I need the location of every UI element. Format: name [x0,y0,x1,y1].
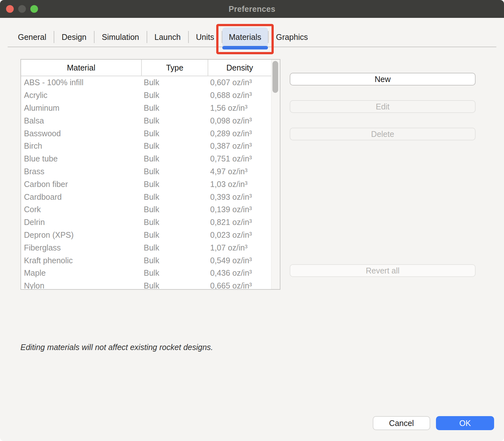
selected-tab-underline [222,46,268,49]
new-button[interactable]: New [290,73,476,86]
cell-type: Bulk [141,103,208,113]
minimize-icon[interactable] [18,5,26,13]
cell-type: Bulk [141,141,208,151]
cell-material: Acrylic [21,91,141,100]
revert-all-button[interactable]: Revert all [290,264,476,277]
edit-button[interactable]: Edit [290,100,476,113]
cell-density: 1,03 oz/in³ [208,180,271,189]
table-body: ABS - 100% infill Bulk 0,607 oz/in³ Acry… [21,76,271,289]
cell-material: Brass [21,167,141,176]
cell-material: Cork [21,205,141,214]
zoom-icon[interactable] [30,5,38,13]
table-row[interactable]: Blue tube Bulk 0,751 oz/in³ [21,153,271,165]
table-row[interactable]: Carbon fiber Bulk 1,03 oz/in³ [21,178,271,191]
table-scrollbar[interactable] [271,60,280,289]
cell-material: Nylon [21,281,141,289]
cell-density: 0,098 oz/in³ [208,116,271,125]
table-row[interactable]: Basswood Bulk 0,289 oz/in³ [21,127,271,140]
titlebar: Preferences [0,0,504,18]
table-row[interactable]: Balsa Bulk 0,098 oz/in³ [21,114,271,127]
cell-material: Fiberglass [21,243,141,252]
tab-graphics[interactable]: Graphics [269,27,315,47]
cell-type: Bulk [141,230,208,240]
materials-table-content: Material Type Density ABS - 100% infill … [21,60,271,289]
cell-type: Bulk [141,116,208,125]
tab-materials-label: Materials [229,33,261,42]
cell-density: 0,821 oz/in³ [208,218,271,227]
cell-density: 0,751 oz/in³ [208,154,271,163]
cell-material: Blue tube [21,154,141,163]
cell-type: Bulk [141,154,208,163]
cell-material: Kraft phenolic [21,256,141,265]
cell-type: Bulk [141,180,208,189]
table-row[interactable]: Fiberglass Bulk 1,07 oz/in³ [21,241,271,254]
column-header-density[interactable]: Density [208,60,271,76]
cell-density: 0,139 oz/in³ [208,205,271,214]
table-row[interactable]: Nylon Bulk 0,665 oz/in³ [21,280,271,289]
cell-type: Bulk [141,256,208,265]
tab-materials[interactable]: Materials [222,27,268,47]
cell-density: 0,688 oz/in³ [208,91,271,100]
table-row[interactable]: Cork Bulk 0,139 oz/in³ [21,203,271,216]
preferences-window: Preferences General Design Simulation La… [0,0,504,441]
tab-units[interactable]: Units [189,27,222,47]
cell-density: 0,607 oz/in³ [208,78,271,87]
cell-material: Aluminum [21,103,141,113]
table-row[interactable]: Brass Bulk 4,97 oz/in³ [21,165,271,178]
cell-material: Balsa [21,116,141,125]
cell-material: Cardboard [21,192,141,202]
close-icon[interactable] [6,5,14,13]
table-row[interactable]: Depron (XPS) Bulk 0,023 oz/in³ [21,229,271,242]
materials-table: Material Type Density ABS - 100% infill … [20,59,280,290]
cancel-button[interactable]: Cancel [373,416,430,430]
cell-density: 0,289 oz/in³ [208,129,271,138]
window-title: Preferences [229,4,275,14]
cell-type: Bulk [141,167,208,176]
table-row[interactable]: Maple Bulk 0,436 oz/in³ [21,267,271,280]
tab-bar: General Design Simulation Launch Units M… [8,27,496,47]
cell-density: 4,97 oz/in³ [208,167,271,176]
cell-density: 1,56 oz/in³ [208,103,271,113]
cell-material: Maple [21,268,141,278]
table-header-row: Material Type Density [21,60,271,76]
tab-design[interactable]: Design [54,27,94,47]
table-row[interactable]: Acrylic Bulk 0,688 oz/in³ [21,89,271,102]
cell-material: ABS - 100% infill [21,78,141,87]
cell-density: 1,07 oz/in³ [208,243,271,252]
cell-type: Bulk [141,281,208,289]
cell-density: 0,387 oz/in³ [208,141,271,151]
cell-type: Bulk [141,218,208,227]
traffic-lights [6,5,38,13]
cell-material: Depron (XPS) [21,230,141,240]
cell-type: Bulk [141,192,208,202]
table-row[interactable]: Aluminum Bulk 1,56 oz/in³ [21,102,271,115]
table-row[interactable]: Cardboard Bulk 0,393 oz/in³ [21,191,271,203]
cell-density: 0,665 oz/in³ [208,281,271,289]
ok-button[interactable]: OK [436,416,494,430]
tab-launch[interactable]: Launch [147,27,188,47]
cell-material: Birch [21,141,141,151]
cell-material: Basswood [21,129,141,138]
cell-type: Bulk [141,268,208,278]
materials-note: Editing materials will not affect existi… [20,343,213,352]
cell-type: Bulk [141,91,208,100]
cell-material: Carbon fiber [21,180,141,189]
table-row[interactable]: ABS - 100% infill Bulk 0,607 oz/in³ [21,76,271,89]
cell-type: Bulk [141,243,208,252]
tab-general[interactable]: General [11,27,54,47]
column-header-type[interactable]: Type [141,60,208,76]
column-header-material[interactable]: Material [21,60,141,76]
cell-density: 0,549 oz/in³ [208,256,271,265]
scrollbar-thumb[interactable] [272,61,278,93]
cell-type: Bulk [141,78,208,87]
cell-type: Bulk [141,205,208,214]
cell-density: 0,023 oz/in³ [208,230,271,240]
table-row[interactable]: Birch Bulk 0,387 oz/in³ [21,140,271,153]
tab-simulation[interactable]: Simulation [95,27,147,47]
table-row[interactable]: Delrin Bulk 0,821 oz/in³ [21,216,271,229]
cell-density: 0,436 oz/in³ [208,268,271,278]
table-row[interactable]: Kraft phenolic Bulk 0,549 oz/in³ [21,254,271,267]
delete-button[interactable]: Delete [290,128,476,140]
cell-density: 0,393 oz/in³ [208,192,271,202]
cell-material: Delrin [21,218,141,227]
